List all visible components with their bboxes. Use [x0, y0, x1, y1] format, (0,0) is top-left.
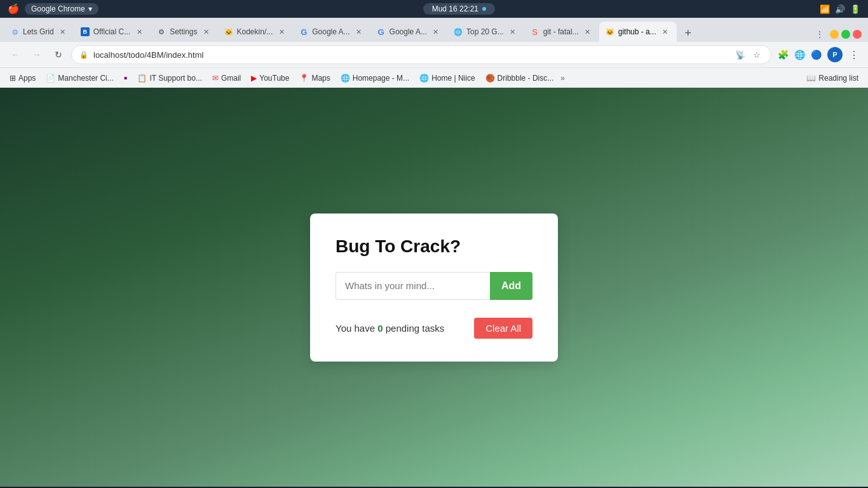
back-button[interactable]: ←	[6, 46, 24, 64]
os-status-icons: 📶 🔊 🔋	[820, 4, 860, 14]
tab-close-official[interactable]: ✕	[134, 27, 144, 37]
todo-input[interactable]	[336, 272, 490, 300]
pending-suffix: pending tasks	[383, 323, 445, 334]
bookmark-apps[interactable]: ⊞ Apps	[5, 72, 40, 85]
tab-close-git-fatal[interactable]: ✕	[583, 27, 593, 37]
tab-title-google-a1: Google A...	[312, 27, 349, 36]
tab-title-official: Official C...	[93, 27, 130, 36]
tab-title-top20: Top 20 G...	[466, 27, 504, 36]
tab-favicon-lets-grid: ⊙	[10, 27, 19, 36]
tab-lets-grid[interactable]: ⊙ Lets Grid ✕	[4, 22, 74, 42]
tab-close-github[interactable]: ✕	[660, 27, 670, 37]
tab-favicon-google-a2: G	[377, 27, 386, 36]
address-input-wrap[interactable]: 🔒 localhost/todo/4BM/index.html 📡 ☆	[71, 45, 771, 64]
reading-list-button[interactable]: 📖 Reading list	[802, 72, 863, 85]
bookmark-manchester[interactable]: 📄 Manchester Ci...	[41, 72, 118, 85]
bookmark-it-support[interactable]: 📋 IT Support bo...	[133, 72, 207, 85]
window-close[interactable]	[853, 30, 862, 39]
tab-title-settings: Settings	[170, 27, 197, 36]
wifi-icon: 📶	[820, 4, 830, 14]
tab-favicon-google-a1: G	[299, 27, 308, 36]
tab-git-fatal[interactable]: S git - fatal... ✕	[524, 22, 599, 42]
bookmark-home-niice[interactable]: 🌐 Home | Niice	[415, 72, 479, 85]
tab-favicon-kodekin: 🐱	[224, 27, 233, 36]
bookmark-gmail[interactable]: ✉ Gmail	[208, 72, 245, 85]
chrome-menu-button[interactable]: ⋮	[846, 49, 862, 61]
clock-text: Mud 16 22:21	[432, 4, 478, 13]
tab-title-google-a2: Google A...	[390, 27, 427, 36]
chrome-arrow: ▾	[88, 4, 92, 13]
manchester-icon: 📄	[46, 74, 55, 83]
todo-footer: You have 0 pending tasks Clear All	[336, 318, 532, 339]
tab-official[interactable]: B Official C... ✕	[74, 22, 151, 42]
tab-title-git-fatal: git - fatal...	[543, 27, 579, 36]
tab-kodekin[interactable]: 🐱 Kodekin/... ✕	[218, 22, 294, 42]
bookmark-homepage[interactable]: 🌐 Homepage - M...	[336, 72, 414, 85]
tab-title-github: github - a...	[618, 27, 656, 36]
chrome-extension-1[interactable]: 🔵	[808, 47, 824, 62]
os-menubar: 🍎 Google Chrome ▾ Mud 16 22:21 📶 🔊 🔋	[0, 0, 868, 18]
bookmark-star-icon[interactable]: ☆	[750, 48, 763, 61]
pending-count: 0	[377, 323, 383, 334]
extensions-icon[interactable]: 🧩	[775, 47, 790, 62]
os-menubar-left: 🍎 Google Chrome ▾	[8, 3, 98, 15]
bookmark-youtube[interactable]: ▶ YouTube	[247, 72, 294, 85]
purple-icon: ▪	[124, 72, 128, 84]
volume-icon: 🔊	[835, 4, 845, 14]
bookmark-dribbble[interactable]: 🏀 Dribbble - Disc...	[481, 72, 559, 85]
bookmark-manchester-label: Manchester Ci...	[58, 74, 113, 83]
tab-favicon-top20: 🌐	[454, 27, 463, 36]
refresh-button[interactable]: ↻	[50, 46, 67, 64]
chrome-menu[interactable]: Google Chrome ▾	[25, 3, 98, 15]
window-maximize[interactable]	[841, 30, 850, 39]
tab-top20[interactable]: 🌐 Top 20 G... ✕	[447, 22, 524, 42]
bookmarks-bar: ⊞ Apps 📄 Manchester Ci... ▪ 📋 IT Support…	[0, 67, 868, 88]
tab-close-lets-grid[interactable]: ✕	[58, 27, 68, 37]
bookmark-maps[interactable]: 📍 Maps	[295, 72, 334, 85]
window-minimize[interactable]	[830, 30, 839, 39]
address-right-icons: 📡 ☆	[734, 48, 763, 61]
address-text: localhost/todo/4BM/index.html	[93, 50, 729, 60]
bookmark-apps-label: Apps	[18, 74, 36, 83]
tab-bar: ⊙ Lets Grid ✕ B Official C... ✕ ⚙ Settin…	[0, 18, 868, 42]
bookmark-homepage-label: Homepage - M...	[353, 74, 409, 83]
add-button[interactable]: Add	[490, 272, 532, 300]
tab-settings[interactable]: ⚙ Settings ✕	[151, 22, 217, 42]
tab-overflow-button[interactable]: ⋮	[812, 27, 827, 42]
bookmark-youtube-label: YouTube	[259, 74, 289, 83]
cast-icon[interactable]: 📡	[734, 48, 747, 61]
bookmarks-more-button[interactable]: »	[560, 74, 565, 83]
tab-title-kodekin: Kodekin/...	[237, 27, 273, 36]
dribbble-icon: 🏀	[485, 74, 495, 83]
profile-avatar[interactable]: P	[827, 47, 843, 62]
tab-close-google-a2[interactable]: ✕	[431, 27, 441, 37]
new-tab-button[interactable]: +	[679, 24, 697, 42]
tab-close-settings[interactable]: ✕	[201, 27, 212, 37]
bookmark-maps-label: Maps	[311, 74, 330, 83]
tab-google-a1[interactable]: G Google A... ✕	[293, 22, 370, 42]
it-support-icon: 📋	[137, 74, 147, 83]
todo-input-row: Add	[336, 272, 532, 300]
bookmark-it-support-label: IT Support bo...	[149, 74, 202, 83]
forward-button[interactable]: →	[28, 46, 46, 64]
tab-close-kodekin[interactable]: ✕	[276, 27, 287, 37]
chrome-window: ⊙ Lets Grid ✕ B Official C... ✕ ⚙ Settin…	[0, 18, 868, 88]
clear-all-button[interactable]: Clear All	[474, 318, 532, 339]
lock-icon: 🔒	[79, 51, 88, 59]
pending-text: You have 0 pending tasks	[336, 323, 444, 334]
tab-favicon-official: B	[81, 27, 90, 36]
pending-prefix: You have	[336, 323, 377, 334]
tab-close-google-a1[interactable]: ✕	[354, 27, 364, 37]
tab-favicon-github: 🐱	[606, 27, 614, 36]
bookmark-purple[interactable]: ▪	[119, 71, 132, 86]
tab-title-lets-grid: Lets Grid	[23, 27, 54, 36]
todo-card: Bug To Crack? Add You have 0 pending tas…	[310, 214, 558, 362]
apple-icon[interactable]: 🍎	[8, 3, 20, 15]
todo-title: Bug To Crack?	[336, 236, 532, 257]
clock-dot	[482, 7, 486, 11]
tab-close-top20[interactable]: ✕	[508, 27, 518, 37]
extension-icons: 🧩 🌐 🔵	[775, 47, 824, 62]
tab-github[interactable]: 🐱 github - a... ✕	[599, 22, 677, 42]
tab-google-a2[interactable]: G Google A... ✕	[370, 22, 447, 42]
translate-icon[interactable]: 🌐	[792, 47, 807, 62]
